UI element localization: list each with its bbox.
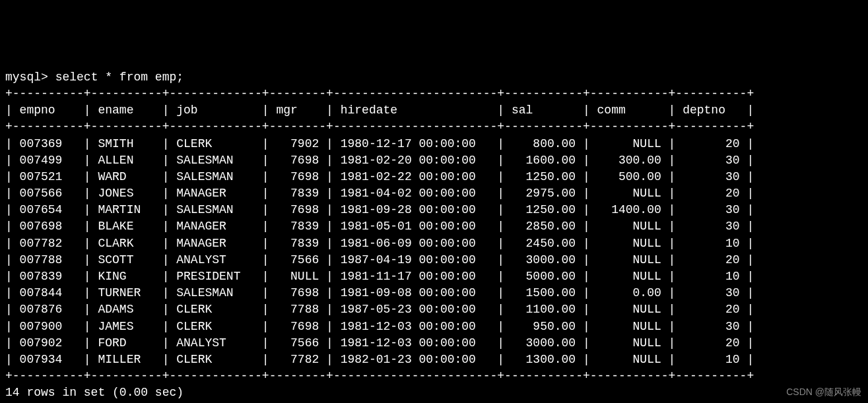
table-header-row: | empno | ename | job | mgr | hiredate |… bbox=[5, 104, 754, 117]
table-border-mid: +----------+----------+-------------+---… bbox=[5, 120, 754, 133]
sql-query: select * from emp; bbox=[55, 71, 184, 84]
mysql-prompt: mysql> bbox=[5, 71, 55, 84]
result-summary: 14 rows in set (0.00 sec) bbox=[5, 386, 184, 399]
table-body: | 007369 | SMITH | CLERK | 7902 | 1980-1… bbox=[5, 137, 754, 366]
terminal-output[interactable]: mysql> select * from emp; +----------+--… bbox=[5, 69, 863, 403]
watermark-text: CSDN @随风张幔 bbox=[786, 386, 861, 399]
table-border-top: +----------+----------+-------------+---… bbox=[5, 87, 754, 100]
table-border-bottom: +----------+----------+-------------+---… bbox=[5, 369, 754, 383]
